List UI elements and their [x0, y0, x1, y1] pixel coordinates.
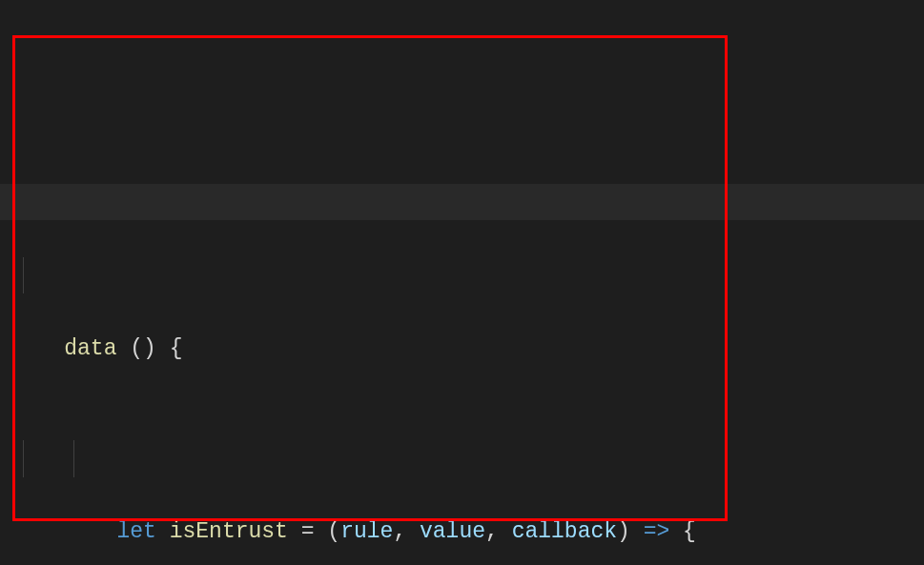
token-punc: [156, 336, 170, 361]
code-editor[interactable]: data () { let isEntrust = (rule, value, …: [0, 0, 924, 565]
token-punc: {: [170, 336, 183, 361]
token-fn: isEntrust: [170, 519, 288, 544]
token-var: rule: [340, 519, 393, 544]
code-line: data () {: [11, 257, 924, 294]
token-kw: =>: [644, 519, 670, 544]
code-line: let isEntrust = (rule, value, callback) …: [11, 440, 924, 477]
token-op: =: [301, 519, 315, 544]
token-punc: ,: [393, 519, 406, 544]
token-punc: (: [130, 336, 143, 361]
token-punc: (: [327, 519, 340, 544]
token-punc: {: [683, 519, 696, 544]
token-punc: [116, 336, 130, 361]
token-var: value: [420, 519, 485, 544]
current-line-highlight: [0, 184, 924, 221]
token-kw: let: [116, 519, 155, 544]
token-punc: ): [143, 336, 156, 361]
token-punc: ): [617, 519, 630, 544]
token-fn: data: [64, 336, 116, 361]
token-punc: ,: [485, 519, 499, 544]
token-var: callback: [512, 519, 617, 544]
